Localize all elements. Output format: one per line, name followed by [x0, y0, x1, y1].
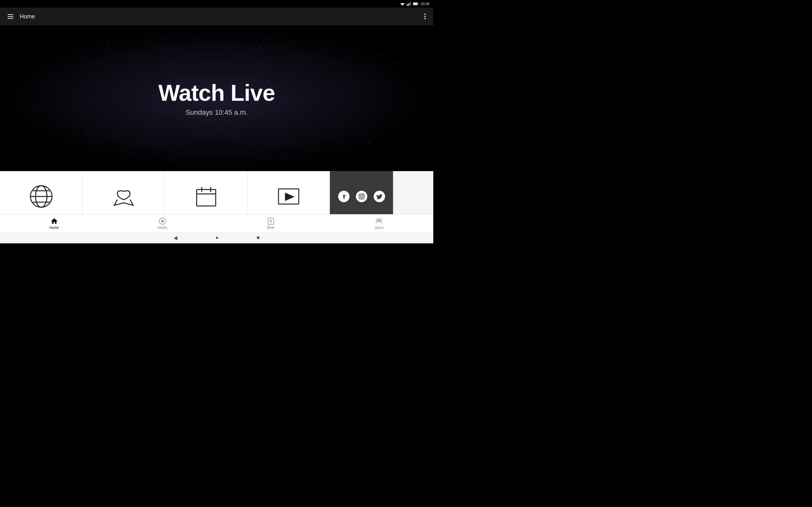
star-decoration	[65, 83, 66, 84]
about-nav-icon	[375, 217, 383, 225]
bible-nav-icon	[267, 217, 275, 225]
svg-point-22	[356, 191, 367, 202]
svg-point-32	[377, 219, 379, 221]
svg-point-25	[363, 194, 363, 195]
media-icon	[276, 184, 301, 209]
svg-rect-5	[409, 2, 410, 6]
star-decoration	[108, 43, 109, 43]
star-decoration	[347, 76, 347, 77]
nav-label-home: Home	[49, 226, 59, 229]
svg-rect-3	[408, 4, 408, 6]
star-decoration	[412, 91, 412, 91]
nav-label-bible: Bible	[267, 226, 275, 229]
star-decoration	[165, 52, 165, 52]
svg-rect-15	[197, 189, 216, 206]
star-decoration	[325, 124, 325, 125]
social-icons-row	[338, 190, 386, 203]
app-title: Home	[20, 13, 422, 20]
facebook-icon	[338, 190, 350, 203]
star-decoration	[130, 106, 131, 106]
instagram-icon	[355, 190, 368, 203]
star-decoration	[195, 37, 195, 38]
svg-rect-8	[413, 3, 417, 5]
nav-item-bible[interactable]: Bible	[217, 216, 325, 231]
system-nav-bar: ◀ ● ■	[0, 232, 433, 243]
svg-rect-2	[407, 4, 407, 6]
give-icon	[111, 184, 136, 209]
recent-button[interactable]: ■	[257, 235, 260, 240]
hero-section[interactable]: Watch Live Sundays 10:45 a.m.	[0, 25, 433, 171]
twitter-icon	[373, 190, 386, 203]
svg-point-33	[379, 219, 382, 221]
menu-button[interactable]	[5, 12, 16, 21]
nav-label-about: about	[374, 226, 384, 229]
back-button[interactable]: ◀	[173, 235, 177, 241]
media-nav-icon	[159, 217, 166, 225]
svg-rect-6	[410, 2, 411, 6]
nav-item-about[interactable]: about	[325, 216, 434, 231]
globe-icon	[29, 184, 54, 209]
home-button[interactable]: ●	[215, 235, 218, 240]
status-time: 10:26	[420, 2, 429, 6]
hero-subtitle: Sundays 10:45 a.m.	[186, 108, 248, 117]
wifi-icon	[400, 2, 405, 6]
star-decoration	[217, 127, 217, 128]
star-decoration	[325, 34, 325, 35]
nav-item-media[interactable]: Media	[108, 216, 217, 231]
app-bar: Home	[0, 8, 433, 25]
hero-title: Watch Live	[158, 80, 275, 106]
svg-marker-28	[162, 220, 164, 222]
events-icon	[194, 184, 219, 209]
star-decoration	[412, 30, 412, 30]
signal-icon	[407, 2, 411, 6]
svg-rect-9	[418, 3, 418, 4]
more-button[interactable]	[422, 11, 428, 22]
status-bar: 10:26	[0, 0, 433, 8]
home-nav-icon	[50, 217, 58, 225]
battery-icon	[413, 2, 419, 5]
svg-rect-4	[409, 3, 409, 6]
bottom-nav: Home Media Bible about	[0, 214, 433, 232]
svg-marker-20	[286, 193, 293, 200]
star-decoration	[399, 62, 399, 62]
nav-label-media: Media	[158, 226, 167, 229]
star-decoration	[13, 98, 14, 99]
nav-item-home[interactable]: Home	[0, 216, 108, 231]
star-decoration	[260, 47, 261, 48]
